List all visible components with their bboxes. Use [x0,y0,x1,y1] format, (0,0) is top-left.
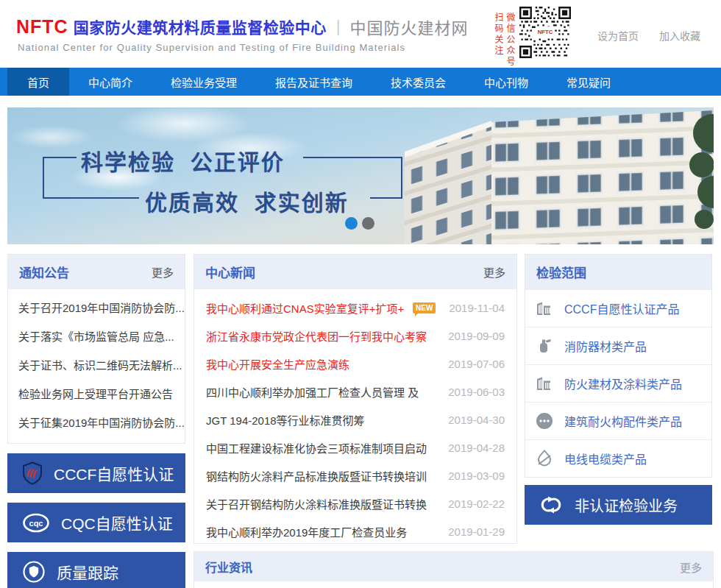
building-icon [535,374,554,393]
scope-item-wire-cable[interactable]: 电线电缆类产品 [525,439,711,477]
news-item-link[interactable]: 我中心顺利通过CNAS实验室复评+扩项+ [206,300,408,316]
news-item-link[interactable]: JGT 194-2018等行业标准贯彻筹 [206,412,441,428]
sync-arrows-icon [538,496,564,514]
logo-cn-title: 国家防火建筑材料质量监督检验中心 [74,15,327,38]
logo: NFTC 国家防火建筑材料质量监督检验中心 | 中国防火建材网 [16,15,468,38]
scope-item-fire-resistant-components[interactable]: 建筑耐火构配件类产品 [525,402,711,439]
scope-item-fireproof-materials[interactable]: 防火建材及涂料类产品 [525,364,711,402]
news-more-link[interactable]: 更多 [483,264,505,280]
banner-slogan-line2: 优质高效 求实创新 [145,185,349,217]
building-icon [535,299,554,318]
news-item-link[interactable]: 我中心顺利举办2019年度工厂检查员业务 [206,524,441,539]
carousel-dot-inactive[interactable] [362,217,374,230]
industry-body [194,581,713,588]
news-item-row: 钢结构防火涂料产品标准换版暨证书转换培训 2019-03-09 [194,461,516,489]
header-divider: | [336,17,341,36]
scope-item-label[interactable]: 电线电缆类产品 [564,450,647,467]
scope-title: 检验范围 [536,263,586,281]
news-item-row: 中国工程建设标准化协会三项标准制项目启动 2019-04-28 [194,433,516,461]
nav-item-home[interactable]: 首页 [7,68,69,96]
carousel-dots [345,217,374,230]
site-name: 中国防火建材网 [349,15,468,38]
news-date: 2019-07-06 [448,358,505,370]
news-item-row: 我中心顺利通过CNAS实验室复评+扩项+ NEW 2019-11-04 [194,294,516,322]
page: NFTC 国家防火建筑材料质量监督检验中心 | 中国防火建材网 National… [0,0,721,588]
carousel-dot-active[interactable] [345,217,358,230]
scope-item-fire-equipment[interactable]: 消防器材类产品 [525,327,711,364]
notices-more-link[interactable]: 更多 [152,264,174,280]
nav-item-faq[interactable]: 常见疑问 [547,68,630,96]
set-home-link[interactable]: 设为首页 [597,28,639,43]
building-photo [405,107,714,244]
news-panel-header: 中心新闻 更多 [194,255,516,289]
nav-item-technical-committee[interactable]: 技术委员会 [372,68,465,96]
side-button-label: CQC自愿性认证 [61,511,173,534]
nav-item-about[interactable]: 中心简介 [69,68,152,96]
news-list: 我中心顺利通过CNAS实验室复评+扩项+ NEW 2019-11-04 浙江省永… [194,289,516,545]
notices-title: 通知公告 [19,263,69,281]
dots-circle-icon [535,411,554,431]
cqc-certification-button[interactable]: cqc CQC自愿性认证 [7,503,185,542]
news-item-link[interactable]: 四川中心顺利举办加强工厂检查人员管理 及 [206,384,441,400]
quality-tracking-button[interactable]: 质量跟踪 [7,552,185,588]
svg-text:cqc: cqc [29,519,43,528]
news-date: 2019-11-04 [449,302,505,314]
side-button-label: CCCF自愿性认证 [54,462,174,484]
new-badge: NEW [413,302,436,314]
news-date: 2019-04-30 [448,414,505,426]
side-button-label: 质量跟踪 [57,561,118,583]
notice-item[interactable]: 关于证书、标识二维码无法解析... [8,351,185,380]
wechat-account-label: 微信公众号 [505,13,514,68]
news-item-link[interactable]: 中国工程建设标准化协会三项标准制项目启动 [206,440,441,456]
scope-item-cccf-products[interactable]: CCCF自愿性认证产品 [525,289,711,327]
hero-banner[interactable]: 科学检验 公正评价 优质高效 求实创新 [7,107,714,244]
news-item-link[interactable]: 浙江省永康市党政企代表团一行到我中心考察 [206,328,441,344]
scope-item-label[interactable]: 消防器材类产品 [564,337,647,355]
qr-center-logo: NFTC [538,29,553,35]
industry-panel: 行业资讯 更多 [193,551,714,588]
notice-item[interactable]: 关于落实《市场监管总局 应急... [8,322,185,351]
nav-item-report-query[interactable]: 报告及证书查询 [256,68,372,96]
notice-item[interactable]: 关于征集2019年中国消防协会防... [8,408,185,437]
industry-panel-header: 行业资讯 更多 [194,552,713,581]
wechat-scan-label: 扫码关注 [493,13,502,57]
cqc-oval-icon: cqc [22,513,50,533]
news-item-row: 我中心顺利举办2019年度工厂检查员业务 2019-01-29 [194,517,516,545]
news-item-row: 我中心开展安全生产应急演练 2019-07-06 [194,350,516,378]
notice-item[interactable]: 关于召开2019年中国消防协会防... [8,294,185,322]
cable-flame-icon [535,449,554,468]
news-date: 2019-02-22 [448,497,505,510]
news-item-row: 浙江省永康市党政企代表团一行到我中心考察 2019-09-09 [194,322,516,350]
decor-line [401,157,402,199]
news-item-row: 四川中心顺利举办加强工厂检查人员管理 及 2019-06-03 [194,378,516,405]
industry-title: 行业资讯 [205,558,252,575]
notice-item[interactable]: 检验业务网上受理平台开通公告 [8,380,185,408]
news-item-link[interactable]: 关于召开钢结构防火涂料标准换版暨证书转换 [206,496,441,511]
scope-item-label[interactable]: 防火建材及涂料类产品 [564,375,682,392]
logo-en-subtitle: National Center for Quality Supervision … [18,42,405,53]
site-header: NFTC 国家防火建筑材料质量监督检验中心 | 中国防火建材网 National… [0,0,721,68]
non-cert-button-label: 非认证检验业务 [575,495,678,516]
news-date: 2019-01-29 [448,525,505,538]
nav-item-inspection-service[interactable]: 检验业务受理 [152,68,256,96]
notices-list: 关于召开2019年中国消防协会防... 关于落实《市场监管总局 应急... 关于… [8,289,185,443]
decor-line [43,157,44,199]
scope-column: 检验范围 CCCF自愿性认证产品 [525,254,712,544]
wechat-block: 扫码关注 微信公众号 NFTC [493,7,571,68]
news-date: 2019-09-09 [448,330,505,342]
news-date: 2019-03-09 [448,470,505,482]
add-favorite-link[interactable]: 加入收藏 [659,28,700,43]
decor-line [370,197,402,199]
nav-item-publications[interactable]: 中心刊物 [465,68,547,96]
banner-slogan-line1: 科学检验 公正评价 [81,144,285,177]
industry-more-link[interactable]: 更多 [680,559,702,575]
cccf-certification-button[interactable]: CCCF自愿性认证 [7,453,185,493]
quality-shield-icon [22,560,46,584]
non-cert-inspection-button[interactable]: 非认证检验业务 [525,485,712,525]
scope-item-label[interactable]: CCCF自愿性认证产品 [564,300,679,317]
news-item-link[interactable]: 钢结构防火涂料产品标准换版暨证书转换培训 [206,468,441,483]
news-panel: 中心新闻 更多 我中心顺利通过CNAS实验室复评+扩项+ NEW 2019-11… [193,254,517,544]
news-item-link[interactable]: 我中心开展安全生产应急演练 [206,356,441,372]
content-area: 通知公告 更多 关于召开2019年中国消防协会防... 关于落实《市场监管总局 … [7,254,714,588]
scope-item-label[interactable]: 建筑耐火构配件类产品 [564,412,682,430]
